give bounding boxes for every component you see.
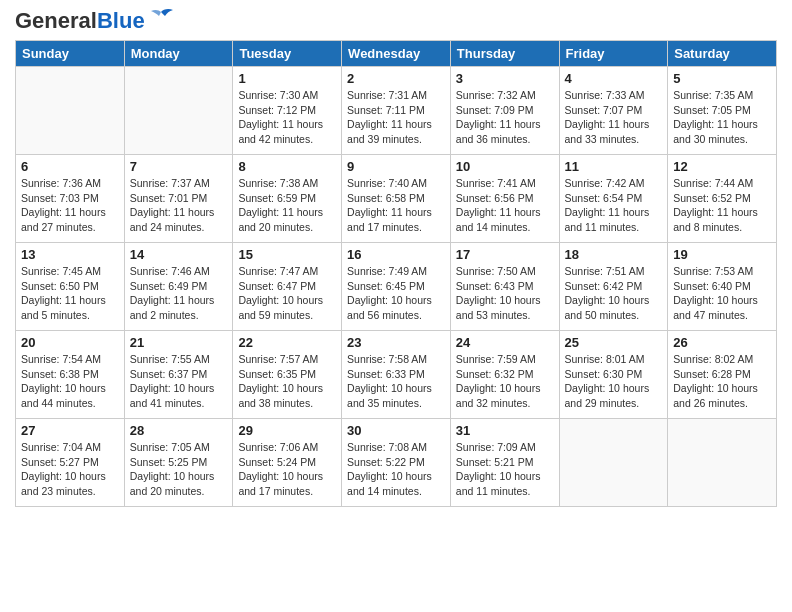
calendar-cell bbox=[16, 67, 125, 155]
calendar-cell: 2Sunrise: 7:31 AM Sunset: 7:11 PM Daylig… bbox=[342, 67, 451, 155]
day-number: 22 bbox=[238, 335, 336, 350]
day-info: Sunrise: 7:47 AM Sunset: 6:47 PM Dayligh… bbox=[238, 264, 336, 323]
day-info: Sunrise: 7:57 AM Sunset: 6:35 PM Dayligh… bbox=[238, 352, 336, 411]
day-info: Sunrise: 7:53 AM Sunset: 6:40 PM Dayligh… bbox=[673, 264, 771, 323]
day-info: Sunrise: 7:38 AM Sunset: 6:59 PM Dayligh… bbox=[238, 176, 336, 235]
calendar-cell: 28Sunrise: 7:05 AM Sunset: 5:25 PM Dayli… bbox=[124, 419, 233, 507]
calendar-cell: 23Sunrise: 7:58 AM Sunset: 6:33 PM Dayli… bbox=[342, 331, 451, 419]
week-row-2: 6Sunrise: 7:36 AM Sunset: 7:03 PM Daylig… bbox=[16, 155, 777, 243]
calendar-cell: 13Sunrise: 7:45 AM Sunset: 6:50 PM Dayli… bbox=[16, 243, 125, 331]
day-info: Sunrise: 7:09 AM Sunset: 5:21 PM Dayligh… bbox=[456, 440, 554, 499]
calendar-table: SundayMondayTuesdayWednesdayThursdayFrid… bbox=[15, 40, 777, 507]
day-info: Sunrise: 7:45 AM Sunset: 6:50 PM Dayligh… bbox=[21, 264, 119, 323]
calendar-cell bbox=[124, 67, 233, 155]
day-info: Sunrise: 7:30 AM Sunset: 7:12 PM Dayligh… bbox=[238, 88, 336, 147]
day-number: 23 bbox=[347, 335, 445, 350]
day-info: Sunrise: 7:32 AM Sunset: 7:09 PM Dayligh… bbox=[456, 88, 554, 147]
day-number: 30 bbox=[347, 423, 445, 438]
day-info: Sunrise: 7:59 AM Sunset: 6:32 PM Dayligh… bbox=[456, 352, 554, 411]
day-number: 29 bbox=[238, 423, 336, 438]
calendar-cell: 7Sunrise: 7:37 AM Sunset: 7:01 PM Daylig… bbox=[124, 155, 233, 243]
calendar-cell: 12Sunrise: 7:44 AM Sunset: 6:52 PM Dayli… bbox=[668, 155, 777, 243]
calendar-cell: 21Sunrise: 7:55 AM Sunset: 6:37 PM Dayli… bbox=[124, 331, 233, 419]
day-number: 6 bbox=[21, 159, 119, 174]
calendar-cell: 4Sunrise: 7:33 AM Sunset: 7:07 PM Daylig… bbox=[559, 67, 668, 155]
day-number: 1 bbox=[238, 71, 336, 86]
week-row-3: 13Sunrise: 7:45 AM Sunset: 6:50 PM Dayli… bbox=[16, 243, 777, 331]
day-number: 9 bbox=[347, 159, 445, 174]
day-number: 31 bbox=[456, 423, 554, 438]
calendar-cell: 18Sunrise: 7:51 AM Sunset: 6:42 PM Dayli… bbox=[559, 243, 668, 331]
calendar-cell: 15Sunrise: 7:47 AM Sunset: 6:47 PM Dayli… bbox=[233, 243, 342, 331]
calendar-cell: 26Sunrise: 8:02 AM Sunset: 6:28 PM Dayli… bbox=[668, 331, 777, 419]
day-number: 19 bbox=[673, 247, 771, 262]
day-info: Sunrise: 7:04 AM Sunset: 5:27 PM Dayligh… bbox=[21, 440, 119, 499]
day-info: Sunrise: 8:02 AM Sunset: 6:28 PM Dayligh… bbox=[673, 352, 771, 411]
day-number: 10 bbox=[456, 159, 554, 174]
logo: GeneralBlue bbox=[15, 10, 175, 32]
day-number: 16 bbox=[347, 247, 445, 262]
calendar-cell: 19Sunrise: 7:53 AM Sunset: 6:40 PM Dayli… bbox=[668, 243, 777, 331]
day-info: Sunrise: 7:44 AM Sunset: 6:52 PM Dayligh… bbox=[673, 176, 771, 235]
day-number: 7 bbox=[130, 159, 228, 174]
week-row-1: 1Sunrise: 7:30 AM Sunset: 7:12 PM Daylig… bbox=[16, 67, 777, 155]
day-number: 17 bbox=[456, 247, 554, 262]
day-info: Sunrise: 7:49 AM Sunset: 6:45 PM Dayligh… bbox=[347, 264, 445, 323]
calendar-cell: 31Sunrise: 7:09 AM Sunset: 5:21 PM Dayli… bbox=[450, 419, 559, 507]
day-info: Sunrise: 7:31 AM Sunset: 7:11 PM Dayligh… bbox=[347, 88, 445, 147]
calendar-cell: 11Sunrise: 7:42 AM Sunset: 6:54 PM Dayli… bbox=[559, 155, 668, 243]
calendar-cell: 8Sunrise: 7:38 AM Sunset: 6:59 PM Daylig… bbox=[233, 155, 342, 243]
day-number: 20 bbox=[21, 335, 119, 350]
day-number: 24 bbox=[456, 335, 554, 350]
day-info: Sunrise: 7:58 AM Sunset: 6:33 PM Dayligh… bbox=[347, 352, 445, 411]
day-number: 28 bbox=[130, 423, 228, 438]
calendar-cell: 24Sunrise: 7:59 AM Sunset: 6:32 PM Dayli… bbox=[450, 331, 559, 419]
weekday-header-tuesday: Tuesday bbox=[233, 41, 342, 67]
logo-bird-icon bbox=[147, 8, 175, 30]
calendar-cell: 16Sunrise: 7:49 AM Sunset: 6:45 PM Dayli… bbox=[342, 243, 451, 331]
day-number: 27 bbox=[21, 423, 119, 438]
day-info: Sunrise: 7:50 AM Sunset: 6:43 PM Dayligh… bbox=[456, 264, 554, 323]
day-number: 4 bbox=[565, 71, 663, 86]
day-number: 8 bbox=[238, 159, 336, 174]
weekday-header-wednesday: Wednesday bbox=[342, 41, 451, 67]
day-info: Sunrise: 7:55 AM Sunset: 6:37 PM Dayligh… bbox=[130, 352, 228, 411]
day-number: 26 bbox=[673, 335, 771, 350]
calendar-cell: 20Sunrise: 7:54 AM Sunset: 6:38 PM Dayli… bbox=[16, 331, 125, 419]
calendar-cell: 1Sunrise: 7:30 AM Sunset: 7:12 PM Daylig… bbox=[233, 67, 342, 155]
day-info: Sunrise: 7:54 AM Sunset: 6:38 PM Dayligh… bbox=[21, 352, 119, 411]
day-info: Sunrise: 7:37 AM Sunset: 7:01 PM Dayligh… bbox=[130, 176, 228, 235]
day-info: Sunrise: 7:51 AM Sunset: 6:42 PM Dayligh… bbox=[565, 264, 663, 323]
calendar-cell: 30Sunrise: 7:08 AM Sunset: 5:22 PM Dayli… bbox=[342, 419, 451, 507]
day-info: Sunrise: 7:08 AM Sunset: 5:22 PM Dayligh… bbox=[347, 440, 445, 499]
logo-general: General bbox=[15, 8, 97, 33]
day-info: Sunrise: 7:42 AM Sunset: 6:54 PM Dayligh… bbox=[565, 176, 663, 235]
day-info: Sunrise: 7:40 AM Sunset: 6:58 PM Dayligh… bbox=[347, 176, 445, 235]
calendar-cell: 6Sunrise: 7:36 AM Sunset: 7:03 PM Daylig… bbox=[16, 155, 125, 243]
day-info: Sunrise: 7:05 AM Sunset: 5:25 PM Dayligh… bbox=[130, 440, 228, 499]
day-number: 18 bbox=[565, 247, 663, 262]
day-number: 11 bbox=[565, 159, 663, 174]
day-number: 5 bbox=[673, 71, 771, 86]
week-row-5: 27Sunrise: 7:04 AM Sunset: 5:27 PM Dayli… bbox=[16, 419, 777, 507]
day-number: 12 bbox=[673, 159, 771, 174]
calendar-cell: 3Sunrise: 7:32 AM Sunset: 7:09 PM Daylig… bbox=[450, 67, 559, 155]
weekday-header-sunday: Sunday bbox=[16, 41, 125, 67]
day-number: 25 bbox=[565, 335, 663, 350]
calendar-cell: 5Sunrise: 7:35 AM Sunset: 7:05 PM Daylig… bbox=[668, 67, 777, 155]
weekday-header-row: SundayMondayTuesdayWednesdayThursdayFrid… bbox=[16, 41, 777, 67]
day-number: 21 bbox=[130, 335, 228, 350]
day-info: Sunrise: 7:33 AM Sunset: 7:07 PM Dayligh… bbox=[565, 88, 663, 147]
day-info: Sunrise: 7:35 AM Sunset: 7:05 PM Dayligh… bbox=[673, 88, 771, 147]
calendar-cell bbox=[668, 419, 777, 507]
day-info: Sunrise: 7:46 AM Sunset: 6:49 PM Dayligh… bbox=[130, 264, 228, 323]
day-number: 2 bbox=[347, 71, 445, 86]
day-number: 13 bbox=[21, 247, 119, 262]
day-info: Sunrise: 7:36 AM Sunset: 7:03 PM Dayligh… bbox=[21, 176, 119, 235]
day-number: 15 bbox=[238, 247, 336, 262]
calendar-cell: 25Sunrise: 8:01 AM Sunset: 6:30 PM Dayli… bbox=[559, 331, 668, 419]
day-info: Sunrise: 7:06 AM Sunset: 5:24 PM Dayligh… bbox=[238, 440, 336, 499]
calendar-cell: 14Sunrise: 7:46 AM Sunset: 6:49 PM Dayli… bbox=[124, 243, 233, 331]
header: GeneralBlue bbox=[15, 10, 777, 32]
calendar-cell: 9Sunrise: 7:40 AM Sunset: 6:58 PM Daylig… bbox=[342, 155, 451, 243]
